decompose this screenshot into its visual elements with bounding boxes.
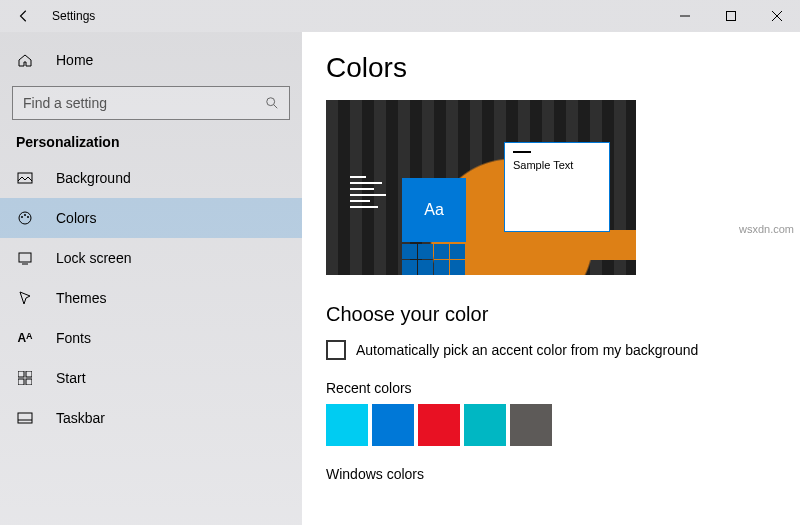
sidebar-item-label: Lock screen bbox=[56, 250, 131, 266]
home-label: Home bbox=[56, 52, 93, 68]
auto-pick-checkbox[interactable] bbox=[326, 340, 346, 360]
sidebar-item-start[interactable]: Start bbox=[0, 358, 302, 398]
sidebar-section-header: Personalization bbox=[0, 120, 302, 158]
close-button[interactable] bbox=[754, 0, 800, 32]
color-swatch[interactable] bbox=[464, 404, 506, 446]
auto-pick-label: Automatically pick an accent color from … bbox=[356, 342, 698, 358]
settings-window: Settings Home Find a setting Personaliza… bbox=[0, 0, 800, 525]
sidebar-item-label: Themes bbox=[56, 290, 107, 306]
back-button[interactable] bbox=[0, 9, 48, 23]
svg-rect-11 bbox=[18, 371, 24, 377]
sidebar-item-lockscreen[interactable]: Lock screen bbox=[0, 238, 302, 278]
content-area: Colors Aa Sample Text Choose your color … bbox=[302, 32, 800, 525]
taskbar-icon bbox=[16, 412, 34, 424]
svg-rect-9 bbox=[19, 253, 31, 262]
windows-colors-heading: Windows colors bbox=[326, 466, 776, 482]
svg-point-6 bbox=[21, 216, 23, 218]
svg-point-8 bbox=[27, 216, 29, 218]
body: Home Find a setting Personalization Back… bbox=[0, 32, 800, 525]
preview-tile-text: Aa bbox=[424, 201, 444, 219]
palette-icon bbox=[16, 210, 34, 226]
search-icon bbox=[265, 96, 279, 110]
svg-rect-14 bbox=[26, 379, 32, 385]
recent-colors-heading: Recent colors bbox=[326, 380, 776, 396]
preview-tile: Aa bbox=[402, 178, 466, 242]
minimize-icon bbox=[680, 11, 690, 21]
fonts-icon: AA bbox=[16, 331, 34, 345]
search-input[interactable]: Find a setting bbox=[12, 86, 290, 120]
start-icon bbox=[16, 371, 34, 385]
watermark: wsxdn.com bbox=[739, 223, 794, 235]
preview-sample-bar bbox=[513, 151, 531, 153]
window-controls bbox=[662, 0, 800, 32]
auto-pick-row[interactable]: Automatically pick an accent color from … bbox=[326, 340, 776, 360]
lockscreen-icon bbox=[16, 250, 34, 266]
color-swatch[interactable] bbox=[510, 404, 552, 446]
page-title: Colors bbox=[326, 52, 776, 84]
search-wrap: Find a setting bbox=[0, 80, 302, 120]
sidebar-item-label: Fonts bbox=[56, 330, 91, 346]
svg-point-2 bbox=[267, 98, 275, 106]
svg-rect-13 bbox=[18, 379, 24, 385]
sidebar-item-themes[interactable]: Themes bbox=[0, 278, 302, 318]
choose-color-heading: Choose your color bbox=[326, 303, 776, 326]
svg-rect-15 bbox=[18, 413, 32, 423]
color-swatch[interactable] bbox=[372, 404, 414, 446]
sidebar-item-label: Taskbar bbox=[56, 410, 105, 426]
home-icon bbox=[16, 52, 34, 68]
color-swatch[interactable] bbox=[326, 404, 368, 446]
sidebar-item-fonts[interactable]: AA Fonts bbox=[0, 318, 302, 358]
picture-icon bbox=[16, 170, 34, 186]
sidebar: Home Find a setting Personalization Back… bbox=[0, 32, 302, 525]
maximize-button[interactable] bbox=[708, 0, 754, 32]
window-title: Settings bbox=[48, 9, 662, 23]
sidebar-item-colors[interactable]: Colors bbox=[0, 198, 302, 238]
preview-sample-text: Sample Text bbox=[513, 159, 573, 171]
search-placeholder: Find a setting bbox=[23, 95, 107, 111]
sidebar-home[interactable]: Home bbox=[0, 40, 302, 80]
recent-colors bbox=[326, 404, 776, 446]
back-arrow-icon bbox=[17, 9, 31, 23]
sidebar-item-label: Start bbox=[56, 370, 86, 386]
themes-icon bbox=[16, 290, 34, 306]
minimize-button[interactable] bbox=[662, 0, 708, 32]
svg-point-7 bbox=[24, 214, 26, 216]
titlebar: Settings bbox=[0, 0, 800, 32]
preview-sample-window: Sample Text bbox=[504, 142, 610, 232]
svg-point-5 bbox=[19, 212, 31, 224]
svg-rect-1 bbox=[727, 12, 736, 21]
sidebar-item-label: Background bbox=[56, 170, 131, 186]
close-icon bbox=[772, 11, 782, 21]
maximize-icon bbox=[726, 11, 736, 21]
svg-line-3 bbox=[274, 105, 278, 109]
sidebar-item-label: Colors bbox=[56, 210, 96, 226]
color-preview: Aa Sample Text bbox=[326, 100, 636, 275]
color-swatch[interactable] bbox=[418, 404, 460, 446]
sidebar-item-taskbar[interactable]: Taskbar bbox=[0, 398, 302, 438]
preview-startmenu-lines bbox=[350, 176, 390, 212]
sidebar-item-background[interactable]: Background bbox=[0, 158, 302, 198]
svg-rect-12 bbox=[26, 371, 32, 377]
preview-tile-grid bbox=[402, 244, 465, 275]
svg-rect-4 bbox=[18, 173, 32, 183]
